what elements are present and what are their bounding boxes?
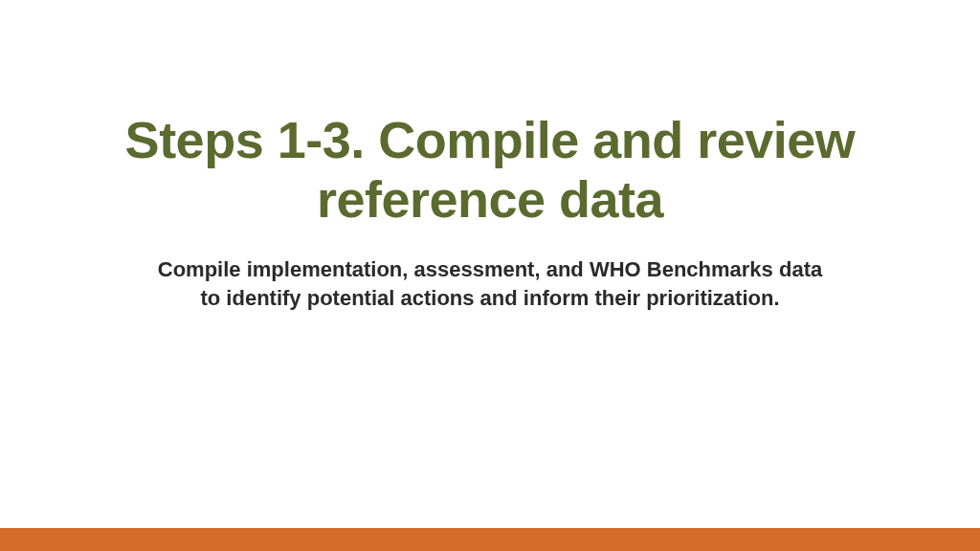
slide-content: Steps 1-3. Compile and review reference … [0,0,980,551]
slide-title: Steps 1-3. Compile and review reference … [69,110,911,229]
slide-subtitle: Compile implementation, assessment, and … [145,255,835,312]
accent-bar [0,528,980,551]
